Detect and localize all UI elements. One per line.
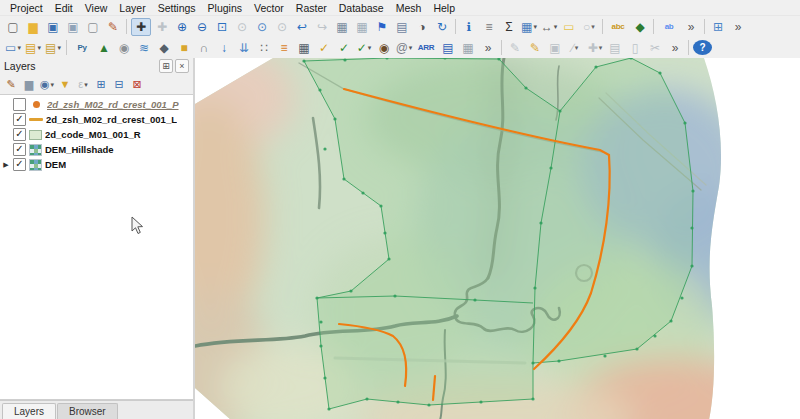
toolbar1-overflow-a[interactable]: » [682, 18, 700, 36]
layer-visibility-checkbox[interactable]: ✓ [13, 143, 26, 156]
attachment[interactable]: @▾ [395, 39, 413, 57]
menu-edit[interactable]: Edit [49, 1, 79, 15]
check-flag[interactable]: ✓ [315, 39, 333, 57]
add-line-feature-dropdown[interactable]: ▾ [575, 44, 579, 51]
temporal-controller[interactable]: ◑ [413, 18, 431, 36]
tab-browser[interactable]: Browser [57, 403, 118, 419]
expand-all[interactable]: ⊞ [93, 76, 109, 92]
open-attribute-table[interactable]: ▦▾ [520, 18, 538, 36]
measure[interactable]: ↔▾ [540, 18, 558, 36]
manage-map-themes[interactable]: ◉▾ [39, 76, 55, 92]
toolbar2-overflow-a[interactable]: » [479, 39, 497, 57]
close-panel[interactable]: × [175, 59, 189, 73]
menu-vector[interactable]: Vector [248, 1, 290, 15]
plugin-import[interactable]: ⇊ [235, 39, 253, 57]
menu-plugins[interactable]: Plugins [202, 1, 248, 15]
save-layer-edits[interactable]: ▣ [546, 39, 564, 57]
zoom-full-extent[interactable]: ⊡ [213, 18, 231, 36]
arr-tool[interactable]: ARR [415, 39, 437, 57]
plugin-owl[interactable]: ◉ [375, 39, 393, 57]
plugin-dem[interactable]: ▲ [95, 39, 113, 57]
plugin-arch[interactable]: ∩ [195, 39, 213, 57]
layer-visibility-checkbox[interactable] [13, 98, 26, 111]
attachment-dropdown[interactable]: ▾ [409, 44, 413, 51]
delete-selected[interactable]: ▯ [626, 39, 644, 57]
open-project[interactable]: ▆ [24, 18, 42, 36]
layer-expander[interactable]: ▶ [2, 161, 10, 169]
python-console[interactable]: Py [71, 39, 93, 57]
zoom-out[interactable]: ⊖ [193, 18, 211, 36]
plugin-download[interactable]: ↓ [215, 39, 233, 57]
pan-map[interactable]: ✚ [131, 18, 151, 36]
sum-statistics[interactable]: Σ [500, 18, 518, 36]
select-by-form-dropdown[interactable]: ▾ [37, 44, 41, 51]
menu-view[interactable]: View [79, 1, 114, 15]
save-project[interactable]: ▣ [44, 18, 62, 36]
menu-settings[interactable]: Settings [152, 1, 202, 15]
filter-by-expression-dropdown[interactable]: ▾ [84, 81, 88, 88]
layer-row-2d_zsh_M02_rd_crest_001_L[interactable]: ✓2d_zsh_M02_rd_crest_001_L [0, 112, 193, 127]
locator-search-dropdown[interactable]: ▾ [591, 23, 595, 30]
check-1d-dropdown[interactable]: ▾ [368, 44, 372, 51]
project-properties[interactable]: ▢ [84, 18, 102, 36]
layer-visibility-checkbox[interactable]: ✓ [13, 113, 26, 126]
layer-row-DEM_Hillshade[interactable]: ✓DEM_Hillshade [0, 142, 193, 157]
map-canvas[interactable] [195, 58, 800, 419]
zoom-to-selection[interactable]: ⊙ [233, 18, 251, 36]
filter-by-expression[interactable]: ε▾ [75, 76, 91, 92]
select-by-form[interactable]: ▤▾ [24, 39, 42, 57]
pan-to-selection[interactable]: ✚ [153, 18, 171, 36]
plugin-cube[interactable]: ■ [175, 39, 193, 57]
layer-labeling[interactable]: abc [607, 18, 629, 36]
deselect-features[interactable]: ▤▾ [44, 39, 62, 57]
plugin-processing[interactable]: ◉ [115, 39, 133, 57]
new-spatial-bookmark[interactable]: ⚑ [373, 18, 391, 36]
grid-tool[interactable]: ▦ [459, 39, 477, 57]
toggle-editing[interactable]: ✎ [526, 39, 544, 57]
map-tips[interactable]: ▭ [560, 18, 578, 36]
toolbar2-overflow-b[interactable]: » [666, 39, 684, 57]
zoom-next[interactable]: ↪ [313, 18, 331, 36]
modify-attributes[interactable]: ▤ [606, 39, 624, 57]
identify-features[interactable]: ℹ [460, 18, 478, 36]
layer-visibility-checkbox[interactable]: ✓ [13, 158, 26, 171]
save-project-as[interactable]: ▣ [64, 18, 82, 36]
layer-visibility-checkbox[interactable]: ✓ [13, 128, 26, 141]
menu-project[interactable]: Project [4, 1, 49, 15]
layer-row-2d_code_M01_001_R[interactable]: ✓2d_code_M01_001_R [0, 127, 193, 142]
form-tool[interactable]: ▤ [439, 39, 457, 57]
menu-layer[interactable]: Layer [113, 1, 151, 15]
plugin-tcf[interactable]: ∷ [255, 39, 273, 57]
plugin-symbology[interactable]: ◆ [155, 39, 173, 57]
collapse-all[interactable]: ⊟ [111, 76, 127, 92]
plugin-mesh[interactable]: ≋ [135, 39, 153, 57]
check-quality[interactable]: ✓ [335, 39, 353, 57]
layer-row-2d_zsh_M02_rd_crest_001_P[interactable]: 2d_zsh_M02_rd_crest_001_P [0, 97, 193, 112]
menu-mesh[interactable]: Mesh [390, 1, 428, 15]
zoom-to-layer[interactable]: ⊙ [253, 18, 271, 36]
plugin-raster-view[interactable]: ▦ [295, 39, 313, 57]
zoom-native[interactable]: ⊙ [273, 18, 291, 36]
layer-row-DEM[interactable]: ▶✓DEM [0, 157, 193, 172]
select-features[interactable]: ▭▾ [4, 39, 22, 57]
show-bookmarks[interactable]: ▤ [393, 18, 411, 36]
toolbar1-overflow-b[interactable]: » [729, 18, 747, 36]
add-group[interactable]: ▆ [21, 76, 37, 92]
menu-help[interactable]: Help [427, 1, 461, 15]
add-line-feature[interactable]: ∕▾ [566, 39, 584, 57]
tuflow-layer-list[interactable]: ≡ [275, 39, 293, 57]
new-map-view[interactable]: ▦ [333, 18, 351, 36]
new-3d-map-view[interactable]: ▦ [353, 18, 371, 36]
dock-panel[interactable]: ⊞ [159, 59, 173, 73]
style-manager[interactable]: ✎ [104, 18, 122, 36]
remove-layer[interactable]: ⊠ [129, 76, 145, 92]
open-attribute-table-dropdown[interactable]: ▾ [533, 23, 537, 30]
refresh-map[interactable]: ↻ [433, 18, 451, 36]
layer-tree[interactable]: 2d_zsh_M02_rd_crest_001_P✓2d_zsh_M02_rd_… [0, 94, 193, 400]
layer-diagram[interactable]: ◆ [631, 18, 649, 36]
current-edits[interactable]: ✎ [506, 39, 524, 57]
measure-dropdown[interactable]: ▾ [554, 23, 558, 30]
duplicate-layer[interactable]: ⊞ [709, 18, 727, 36]
check-1d[interactable]: ✓▾ [355, 39, 373, 57]
open-layer-styling[interactable]: ✎ [3, 76, 19, 92]
